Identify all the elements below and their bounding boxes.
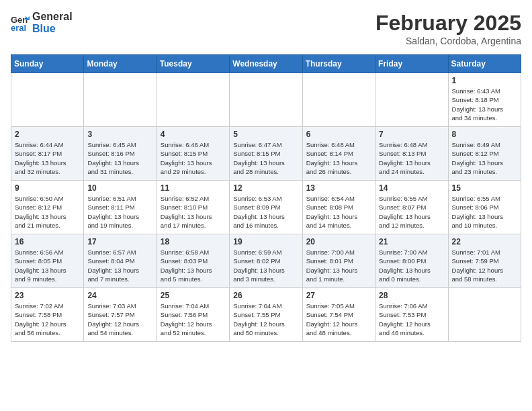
day-info: Sunrise: 6:59 AM Sunset: 8:02 PM Dayligh…	[233, 248, 298, 283]
weekday-header-tuesday: Tuesday	[157, 55, 229, 73]
page-header: Gen eral General Blue February 2025 Sald…	[11, 11, 521, 46]
calendar-cell	[11, 73, 84, 127]
day-number: 9	[15, 183, 80, 193]
calendar-cell: 21Sunrise: 7:00 AM Sunset: 8:00 PM Dayli…	[375, 234, 448, 288]
svg-text:eral: eral	[11, 23, 26, 32]
day-number: 1	[452, 76, 517, 85]
logo-icon: Gen eral	[11, 13, 30, 32]
calendar-cell: 4Sunrise: 6:46 AM Sunset: 8:15 PM Daylig…	[157, 127, 229, 181]
calendar-cell: 17Sunrise: 6:57 AM Sunset: 8:04 PM Dayli…	[84, 234, 157, 288]
weekday-header-monday: Monday	[84, 55, 157, 73]
calendar-cell: 13Sunrise: 6:54 AM Sunset: 8:08 PM Dayli…	[302, 181, 375, 234]
calendar-cell: 6Sunrise: 6:48 AM Sunset: 8:14 PM Daylig…	[302, 127, 375, 181]
day-number: 14	[379, 183, 444, 193]
day-info: Sunrise: 6:48 AM Sunset: 8:14 PM Dayligh…	[306, 140, 371, 176]
calendar-cell: 10Sunrise: 6:51 AM Sunset: 8:11 PM Dayli…	[84, 181, 157, 234]
day-number: 2	[15, 130, 80, 139]
calendar-cell: 5Sunrise: 6:47 AM Sunset: 8:15 PM Daylig…	[230, 127, 302, 181]
weekday-header-wednesday: Wednesday	[230, 55, 302, 73]
day-info: Sunrise: 6:43 AM Sunset: 8:18 PM Dayligh…	[452, 87, 517, 122]
day-info: Sunrise: 7:02 AM Sunset: 7:58 PM Dayligh…	[15, 302, 80, 337]
weekday-header-thursday: Thursday	[302, 55, 375, 73]
day-info: Sunrise: 6:55 AM Sunset: 8:06 PM Dayligh…	[452, 194, 517, 230]
day-info: Sunrise: 7:04 AM Sunset: 7:55 PM Dayligh…	[233, 302, 298, 337]
day-info: Sunrise: 7:04 AM Sunset: 7:56 PM Dayligh…	[161, 302, 226, 337]
calendar-cell: 24Sunrise: 7:03 AM Sunset: 7:57 PM Dayli…	[84, 288, 157, 342]
location: Saldan, Cordoba, Argentina	[375, 36, 521, 46]
calendar-cell: 9Sunrise: 6:50 AM Sunset: 8:12 PM Daylig…	[11, 181, 84, 234]
calendar-cell: 26Sunrise: 7:04 AM Sunset: 7:55 PM Dayli…	[230, 288, 302, 342]
calendar-cell	[302, 73, 375, 127]
weekday-header-saturday: Saturday	[448, 55, 521, 73]
day-info: Sunrise: 7:01 AM Sunset: 7:59 PM Dayligh…	[452, 248, 517, 283]
day-info: Sunrise: 6:51 AM Sunset: 8:11 PM Dayligh…	[87, 194, 152, 230]
calendar-week-4: 16Sunrise: 6:56 AM Sunset: 8:05 PM Dayli…	[11, 234, 521, 288]
day-number: 11	[161, 183, 226, 193]
calendar-cell: 15Sunrise: 6:55 AM Sunset: 8:06 PM Dayli…	[448, 181, 521, 234]
day-info: Sunrise: 6:45 AM Sunset: 8:16 PM Dayligh…	[87, 140, 152, 176]
calendar-cell: 8Sunrise: 6:49 AM Sunset: 8:12 PM Daylig…	[448, 127, 521, 181]
day-number: 12	[233, 183, 298, 193]
calendar-week-1: 1Sunrise: 6:43 AM Sunset: 8:18 PM Daylig…	[11, 73, 521, 127]
day-info: Sunrise: 6:56 AM Sunset: 8:05 PM Dayligh…	[15, 248, 80, 283]
logo-line2: Blue	[32, 23, 73, 35]
day-info: Sunrise: 7:00 AM Sunset: 8:01 PM Dayligh…	[306, 248, 371, 283]
day-number: 15	[452, 183, 517, 193]
calendar-cell: 1Sunrise: 6:43 AM Sunset: 8:18 PM Daylig…	[448, 73, 521, 127]
day-info: Sunrise: 7:03 AM Sunset: 7:57 PM Dayligh…	[87, 302, 152, 337]
day-info: Sunrise: 6:44 AM Sunset: 8:17 PM Dayligh…	[15, 140, 80, 176]
day-number: 8	[452, 130, 517, 139]
day-info: Sunrise: 7:06 AM Sunset: 7:53 PM Dayligh…	[379, 302, 444, 337]
day-number: 3	[87, 130, 152, 139]
day-number: 27	[306, 291, 371, 300]
day-info: Sunrise: 6:48 AM Sunset: 8:13 PM Dayligh…	[379, 140, 444, 176]
calendar-cell: 28Sunrise: 7:06 AM Sunset: 7:53 PM Dayli…	[375, 288, 448, 342]
day-number: 19	[233, 237, 298, 246]
weekday-header-sunday: Sunday	[11, 55, 84, 73]
calendar-cell: 23Sunrise: 7:02 AM Sunset: 7:58 PM Dayli…	[11, 288, 84, 342]
calendar-cell	[448, 288, 521, 342]
calendar-table: SundayMondayTuesdayWednesdayThursdayFrid…	[11, 54, 521, 342]
day-info: Sunrise: 6:57 AM Sunset: 8:04 PM Dayligh…	[87, 248, 152, 283]
calendar-cell	[84, 73, 157, 127]
day-number: 10	[87, 183, 152, 193]
calendar-cell	[230, 73, 302, 127]
calendar-week-2: 2Sunrise: 6:44 AM Sunset: 8:17 PM Daylig…	[11, 127, 521, 181]
calendar-cell: 22Sunrise: 7:01 AM Sunset: 7:59 PM Dayli…	[448, 234, 521, 288]
calendar-cell: 11Sunrise: 6:52 AM Sunset: 8:10 PM Dayli…	[157, 181, 229, 234]
calendar-cell: 16Sunrise: 6:56 AM Sunset: 8:05 PM Dayli…	[11, 234, 84, 288]
calendar-cell: 3Sunrise: 6:45 AM Sunset: 8:16 PM Daylig…	[84, 127, 157, 181]
day-info: Sunrise: 6:53 AM Sunset: 8:09 PM Dayligh…	[233, 194, 298, 230]
calendar-cell: 25Sunrise: 7:04 AM Sunset: 7:56 PM Dayli…	[157, 288, 229, 342]
day-info: Sunrise: 6:49 AM Sunset: 8:12 PM Dayligh…	[452, 140, 517, 176]
day-info: Sunrise: 6:50 AM Sunset: 8:12 PM Dayligh…	[15, 194, 80, 230]
calendar-cell	[157, 73, 229, 127]
day-number: 4	[161, 130, 226, 139]
month-title: February 2025	[375, 11, 521, 36]
calendar-cell: 19Sunrise: 6:59 AM Sunset: 8:02 PM Dayli…	[230, 234, 302, 288]
day-number: 26	[233, 291, 298, 300]
day-number: 21	[379, 237, 444, 246]
day-number: 18	[161, 237, 226, 246]
day-info: Sunrise: 6:52 AM Sunset: 8:10 PM Dayligh…	[161, 194, 226, 230]
calendar-cell: 12Sunrise: 6:53 AM Sunset: 8:09 PM Dayli…	[230, 181, 302, 234]
logo: Gen eral General Blue	[11, 11, 73, 34]
day-info: Sunrise: 6:47 AM Sunset: 8:15 PM Dayligh…	[233, 140, 298, 176]
day-number: 5	[233, 130, 298, 139]
logo-line1: General	[32, 11, 73, 23]
title-block: February 2025 Saldan, Cordoba, Argentina	[375, 11, 521, 46]
day-number: 7	[379, 130, 444, 139]
calendar-cell: 27Sunrise: 7:05 AM Sunset: 7:54 PM Dayli…	[302, 288, 375, 342]
calendar-cell: 20Sunrise: 7:00 AM Sunset: 8:01 PM Dayli…	[302, 234, 375, 288]
day-info: Sunrise: 7:00 AM Sunset: 8:00 PM Dayligh…	[379, 248, 444, 283]
day-number: 24	[87, 291, 152, 300]
calendar-cell	[375, 73, 448, 127]
day-info: Sunrise: 6:58 AM Sunset: 8:03 PM Dayligh…	[161, 248, 226, 283]
day-number: 13	[306, 183, 371, 193]
weekday-header-row: SundayMondayTuesdayWednesdayThursdayFrid…	[11, 55, 521, 73]
day-number: 22	[452, 237, 517, 246]
calendar-cell: 2Sunrise: 6:44 AM Sunset: 8:17 PM Daylig…	[11, 127, 84, 181]
day-number: 28	[379, 291, 444, 300]
day-info: Sunrise: 6:46 AM Sunset: 8:15 PM Dayligh…	[161, 140, 226, 176]
day-info: Sunrise: 6:55 AM Sunset: 8:07 PM Dayligh…	[379, 194, 444, 230]
